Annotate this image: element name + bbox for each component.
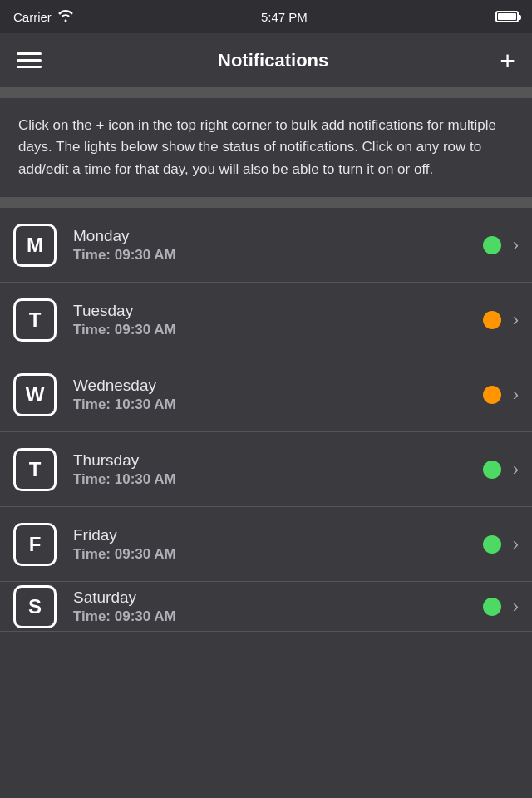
chevron-right-icon: › bbox=[513, 309, 519, 331]
day-icon: T bbox=[13, 448, 57, 491]
list-item[interactable]: W Wednesday Time: 10:30 AM › bbox=[0, 357, 532, 432]
day-info: Saturday Time: 09:30 AM bbox=[73, 589, 483, 625]
day-icon: W bbox=[13, 373, 57, 416]
list-item[interactable]: S Saturday Time: 09:30 AM › bbox=[0, 582, 532, 632]
status-dot bbox=[483, 386, 501, 404]
wifi-icon bbox=[58, 10, 73, 24]
list-item[interactable]: T Tuesday Time: 09:30 AM › bbox=[0, 283, 532, 357]
day-name: Tuesday bbox=[73, 302, 483, 320]
list-separator bbox=[0, 198, 532, 208]
chevron-right-icon: › bbox=[513, 384, 519, 406]
hamburger-icon bbox=[17, 52, 42, 55]
day-info: Friday Time: 09:30 AM bbox=[73, 526, 483, 563]
status-dot bbox=[483, 535, 501, 554]
status-dot bbox=[483, 236, 501, 254]
separator-top bbox=[0, 88, 532, 98]
day-info: Tuesday Time: 09:30 AM bbox=[73, 302, 483, 338]
info-text: Click on the + icon in the top right cor… bbox=[18, 117, 496, 177]
day-icon: M bbox=[13, 224, 57, 267]
day-time: Time: 09:30 AM bbox=[73, 608, 483, 625]
nav-bar: Notifications + bbox=[0, 33, 532, 88]
status-bar: Carrier 5:47 PM bbox=[0, 0, 532, 33]
status-dot bbox=[483, 461, 501, 479]
day-time: Time: 10:30 AM bbox=[73, 471, 483, 488]
day-name: Monday bbox=[73, 227, 483, 245]
day-time: Time: 09:30 AM bbox=[73, 322, 483, 338]
list-item[interactable]: M Monday Time: 09:30 AM › bbox=[0, 208, 532, 283]
chevron-right-icon: › bbox=[513, 534, 519, 555]
day-time: Time: 10:30 AM bbox=[73, 397, 483, 413]
add-button[interactable]: + bbox=[500, 47, 515, 74]
page-title: Notifications bbox=[47, 50, 500, 71]
status-dot bbox=[483, 311, 501, 329]
day-icon: F bbox=[13, 523, 57, 566]
chevron-right-icon: › bbox=[513, 596, 519, 618]
carrier-label: Carrier bbox=[13, 10, 52, 24]
chevron-right-icon: › bbox=[513, 234, 519, 256]
battery-icon bbox=[495, 11, 519, 22]
day-icon: T bbox=[13, 298, 57, 342]
day-time: Time: 09:30 AM bbox=[73, 247, 483, 264]
day-name: Wednesday bbox=[73, 377, 483, 395]
hamburger-icon bbox=[17, 59, 42, 62]
hamburger-icon bbox=[17, 66, 42, 68]
time-label: 5:47 PM bbox=[261, 10, 308, 24]
menu-button[interactable] bbox=[17, 46, 47, 76]
list-item[interactable]: F Friday Time: 09:30 AM › bbox=[0, 507, 532, 582]
day-info: Wednesday Time: 10:30 AM bbox=[73, 377, 483, 413]
day-icon: S bbox=[13, 585, 57, 628]
day-name: Friday bbox=[73, 526, 483, 544]
day-list: M Monday Time: 09:30 AM › T Tuesday Time… bbox=[0, 208, 532, 632]
day-time: Time: 09:30 AM bbox=[73, 546, 483, 563]
day-name: Thursday bbox=[73, 451, 483, 470]
info-box: Click on the + icon in the top right cor… bbox=[0, 98, 532, 198]
day-name: Saturday bbox=[73, 589, 483, 607]
status-left: Carrier bbox=[13, 10, 73, 24]
status-dot bbox=[483, 598, 501, 616]
chevron-right-icon: › bbox=[513, 459, 519, 480]
list-item[interactable]: T Thursday Time: 10:30 AM › bbox=[0, 432, 532, 507]
day-info: Monday Time: 09:30 AM bbox=[73, 227, 483, 264]
day-info: Thursday Time: 10:30 AM bbox=[73, 451, 483, 488]
